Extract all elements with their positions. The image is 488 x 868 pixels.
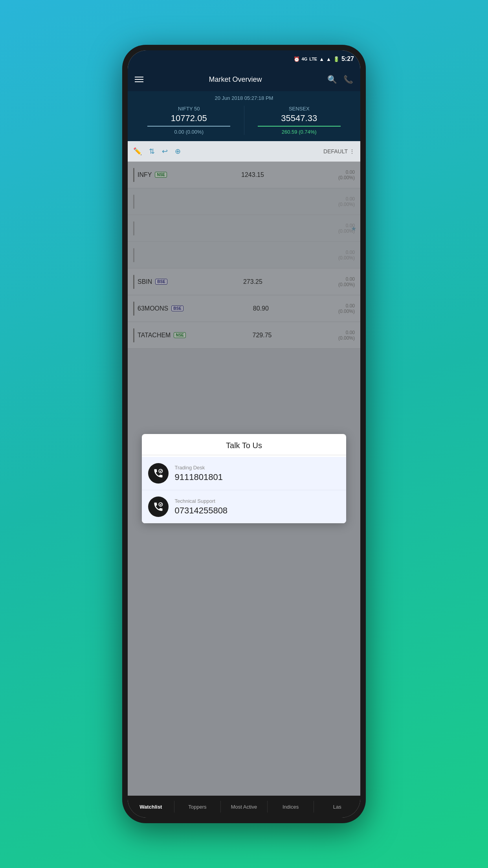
trading-desk-phone-icon [148,463,169,484]
phone-frame: ⏰ 4G LTE ▲ ▲ 🔋 5:27 Market Overview 🔍 📞 [122,45,366,823]
menu-button[interactable] [135,77,143,82]
sensex-index: SENSEX 35547.33 260.59 (0.74%) [244,106,354,135]
nifty50-change: 0.00 (0.00%) [137,129,241,135]
watchlist-toolbar: ✏️ ⇅ ↩ ⊕ DEFAULT ⋮ [128,141,360,162]
more-icon: ⋮ [349,148,355,154]
phone-screen: ⏰ 4G LTE ▲ ▲ 🔋 5:27 Market Overview 🔍 📞 [128,50,360,818]
trading-desk-number: 9111801801 [175,472,340,482]
add-icon[interactable]: ⊕ [175,147,181,156]
sensex-change: 260.59 (0.74%) [248,129,351,135]
technical-support-label: Technical Support [175,498,340,504]
nav-toppers-label: Toppers [188,804,206,810]
trading-desk-info: Trading Desk 9111801801 [175,465,340,482]
market-header: 20 Jun 2018 05:27:18 PM NIFTY 50 10772.0… [128,91,360,141]
bottom-nav: Watchlist Toppers Most Active Indices La… [128,796,360,818]
sensex-name: SENSEX [248,106,351,112]
history-icon[interactable]: ↩ [162,147,168,156]
modal-overlay[interactable]: Talk To Us Trading Desk 91118 [128,162,360,796]
technical-support-info: Technical Support 07314255808 [175,498,340,516]
trading-desk-label: Trading Desk [175,465,340,471]
nifty50-value: 10772.05 [137,113,241,123]
sort-icon[interactable]: ⇅ [149,147,155,156]
nifty50-divider [147,126,230,127]
nav-indices-label: Indices [283,804,299,810]
trading-desk-contact[interactable]: Trading Desk 9111801801 [142,457,347,490]
sensex-value: 35547.33 [248,113,351,123]
nav-mostactive-label: Most Active [231,804,257,810]
technical-support-phone-icon [148,497,169,517]
nav-toppers[interactable]: Toppers [174,801,221,813]
lte-icon: LTE [309,57,317,61]
nav-last[interactable]: Las [314,801,360,813]
app-bar-title: Market Overview [209,75,262,84]
search-button[interactable]: 🔍 [327,75,337,84]
call-button[interactable]: 📞 [343,75,353,84]
sensex-divider [258,126,341,127]
toolbar-actions: ✏️ ⇅ ↩ ⊕ [133,147,181,156]
battery-icon: 🔋 [333,56,339,62]
status-icons: ⏰ 4G LTE ▲ ▲ 🔋 5:27 [294,55,354,63]
nav-mostactive[interactable]: Most Active [221,801,267,813]
market-indices: NIFTY 50 10772.05 0.00 (0.00%) SENSEX 35… [134,106,354,135]
modal-title: Talk To Us [142,434,347,455]
status-time: 5:27 [341,55,354,63]
default-label: DEFAULT [323,148,348,154]
technical-support-number: 07314255808 [175,506,340,516]
signal2-icon: ▲ [326,56,331,62]
watchlist-area: INFY NSE 1243.15 0.00 (0.00%) 0.00 (0.00… [128,162,360,796]
nav-indices[interactable]: Indices [268,801,314,813]
nav-last-label: Las [333,804,341,810]
nav-watchlist[interactable]: Watchlist [128,801,174,813]
nav-watchlist-label: Watchlist [139,804,162,810]
network-icon: 4G [302,57,308,61]
nifty50-index: NIFTY 50 10772.05 0.00 (0.00%) [134,106,244,135]
app-bar: Market Overview 🔍 📞 [128,68,360,91]
signal-icon: ▲ [319,56,324,62]
alarm-icon: ⏰ [294,56,300,62]
talk-to-us-modal: Talk To Us Trading Desk 91118 [142,434,347,523]
market-date: 20 Jun 2018 05:27:18 PM [134,95,354,101]
status-bar: ⏰ 4G LTE ▲ ▲ 🔋 5:27 [128,50,360,68]
app-bar-actions: 🔍 📞 [327,75,353,84]
technical-support-contact[interactable]: Technical Support 07314255808 [142,490,347,523]
edit-icon[interactable]: ✏️ [133,147,142,156]
default-watchlist[interactable]: DEFAULT ⋮ [323,148,355,154]
nifty50-name: NIFTY 50 [137,106,241,112]
modal-divider [142,455,347,455]
